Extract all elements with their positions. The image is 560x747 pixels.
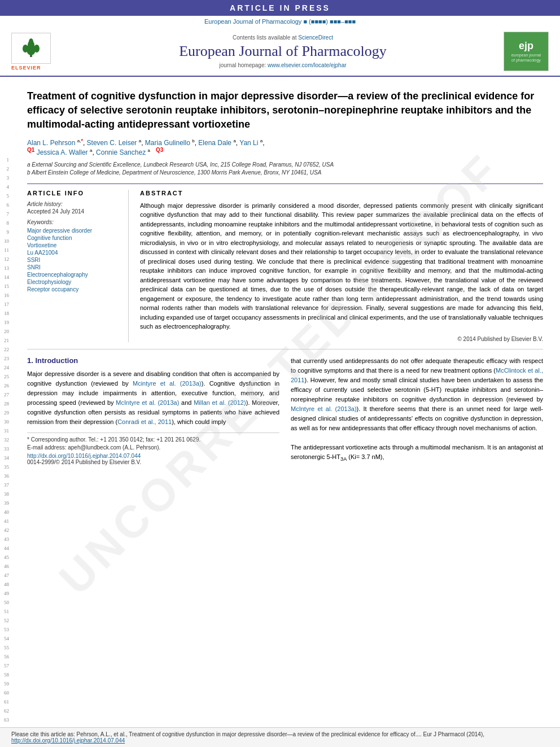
- journal-header: ELSEVIER Contents lists available at Sci…: [0, 27, 560, 77]
- keyword-item[interactable]: SSRI: [27, 257, 120, 263]
- affiliation-a-marker: a: [77, 138, 80, 143]
- line-number: 13: [0, 264, 10, 273]
- journal-homepage-link[interactable]: www.elsevier.com/locate/ejphar: [268, 62, 347, 68]
- line-number: 4: [0, 183, 10, 192]
- line-number: 3: [0, 174, 10, 183]
- article-title: Treatment of cognitive dysfunction in ma…: [27, 89, 543, 132]
- author-waller[interactable]: Jessica A. Waller: [37, 148, 88, 156]
- line-number: 14: [0, 273, 10, 282]
- line-number: 17: [0, 300, 10, 309]
- line-number: 56: [0, 653, 10, 662]
- body-col-right: that currently used antidepressants do n…: [291, 356, 543, 465]
- journal-homepage: journal homepage: www.elsevier.com/locat…: [73, 62, 492, 68]
- line-number: 7: [0, 210, 10, 219]
- line-number: 2: [0, 165, 10, 174]
- affiliations: a External Sourcing and Scientific Excel…: [27, 161, 543, 177]
- elsevier-text: ELSEVIER: [11, 65, 62, 71]
- line-number: 61: [0, 698, 10, 707]
- author-sanchez[interactable]: Connie Sanchez: [96, 148, 146, 156]
- line-number: 18: [0, 309, 10, 318]
- line-number: 10: [0, 237, 10, 246]
- sciencedirect-line: Contents lists available at ScienceDirec…: [73, 34, 492, 41]
- line-number: 47: [0, 571, 10, 580]
- line-number: 20: [0, 327, 10, 337]
- ref-conradi-2011[interactable]: Conradi et al., 2011: [117, 418, 172, 425]
- line-number: 32: [0, 436, 10, 445]
- line-number: 40: [0, 508, 10, 517]
- ref-mcintyre-2013a[interactable]: Mcintyre et al. (2013a): [133, 380, 202, 387]
- line-number: 23: [0, 355, 10, 364]
- line-number: 15: [0, 282, 10, 291]
- bottom-citation-link[interactable]: http://dx.doi.org/10.1016/j.ejphar.2014.…: [11, 737, 125, 744]
- author-leiser[interactable]: Steven C. Leiser: [87, 139, 137, 147]
- corresponding-author: * Corresponding author. Tel.: +1 201 350…: [27, 436, 279, 443]
- line-number: 44: [0, 544, 10, 553]
- line-number: 29: [0, 409, 10, 418]
- keyword-item[interactable]: Vortioxetine: [27, 242, 120, 248]
- keyword-item[interactable]: Electroencephalography: [27, 272, 120, 278]
- affiliation-a-marker6: a: [147, 148, 150, 153]
- line-number: 35: [0, 463, 10, 472]
- q1-label: Q1: [27, 147, 34, 153]
- copyright-line: © 2014 Published by Elsevier B.V.: [140, 336, 543, 342]
- info-abstract-section: ARTICLE INFO Article history: Accepted 2…: [27, 184, 543, 342]
- keyword-item[interactable]: Receptor occupancy: [27, 286, 120, 292]
- article-in-press-banner: ARTICLE IN PRESS: [0, 0, 560, 16]
- line-number: 50: [0, 599, 10, 608]
- author-gulinello[interactable]: Maria Gulinello: [145, 139, 190, 147]
- line-number: 49: [0, 589, 10, 599]
- line-number: 30: [0, 418, 10, 427]
- elsevier-logo: ELSEVIER: [11, 33, 62, 71]
- keyword-item[interactable]: Cognitive function: [27, 235, 120, 241]
- author-pehrson[interactable]: Alan L. Pehrson: [27, 139, 75, 147]
- line-number: 24: [0, 364, 10, 373]
- line-number: 38: [0, 490, 10, 499]
- line-number: 42: [0, 526, 10, 535]
- keyword-item[interactable]: SNRI: [27, 264, 120, 270]
- journal-link-text: European Journal of Pharmacology ■ (■■■■…: [204, 18, 356, 25]
- keyword-item[interactable]: Major depressive disorder: [27, 228, 120, 234]
- ejp-logo: ejp european journalof pharmacology: [504, 32, 549, 71]
- line-number: 6: [0, 201, 10, 210]
- bottom-citation-text: Please cite this article as: Pehrson, A.…: [11, 731, 484, 737]
- intro-heading: 1. Introduction: [27, 356, 279, 365]
- journal-main-title: European Journal of Pharmacology: [73, 43, 492, 60]
- q1-marker: *: [81, 138, 83, 143]
- q3-label: Q3: [156, 147, 163, 153]
- line-number: 11: [0, 246, 10, 255]
- keyword-item[interactable]: Electrophysiology: [27, 279, 120, 285]
- line-number: 55: [0, 644, 10, 653]
- line-number: 21: [0, 337, 10, 346]
- line-number: 58: [0, 671, 10, 680]
- footnote-area: * Corresponding author. Tel.: +1 201 350…: [27, 433, 279, 465]
- intro-col2-text: that currently used antidepressants do n…: [291, 356, 543, 464]
- line-number: 33: [0, 445, 10, 454]
- line-number: 57: [0, 662, 10, 671]
- svg-point-4: [23, 45, 28, 53]
- line-number: 22: [0, 346, 10, 355]
- affiliation-a: a External Sourcing and Scientific Excel…: [27, 161, 543, 169]
- banner-text: ARTICLE IN PRESS: [230, 3, 330, 12]
- author-li[interactable]: Yan Li: [239, 139, 258, 147]
- line-numbers: 1234567891011121314151617181920212223242…: [0, 77, 10, 747]
- line-number: 9: [0, 228, 10, 237]
- keyword-item[interactable]: Lu AA21004: [27, 250, 120, 256]
- svg-point-5: [34, 45, 40, 53]
- issn-line: 0014-2999/© 2014 Published by Elsevier B…: [27, 459, 279, 465]
- authors-line: Alan L. Pehrson a,*, Steven C. Leiser a,…: [27, 138, 543, 156]
- line-number: 5: [0, 192, 10, 201]
- author-dale[interactable]: Elena Dale: [198, 139, 231, 147]
- body-section: 1. Introduction Major depressive disorde…: [27, 356, 543, 465]
- line-number: 27: [0, 391, 10, 400]
- sciencedirect-link[interactable]: ScienceDirect: [298, 34, 333, 41]
- ref-mcintyre-2013a-3[interactable]: McIntyre et al. (2013a): [291, 405, 357, 412]
- line-number: 39: [0, 499, 10, 508]
- line-number: 19: [0, 318, 10, 327]
- doi-line[interactable]: http://dx.doi.org/10.1016/j.ejphar.2014.…: [27, 453, 279, 459]
- ref-mcclintock-2011[interactable]: McClintock et al., 2011: [291, 367, 543, 383]
- line-number: 54: [0, 635, 10, 644]
- line-number: 48: [0, 580, 10, 589]
- ref-millan-2012[interactable]: Millan et al. (2012): [194, 399, 246, 406]
- ref-mcintyre-2013a-2[interactable]: McIntyre et al. (2013a): [116, 399, 179, 406]
- section-divider: [27, 349, 543, 350]
